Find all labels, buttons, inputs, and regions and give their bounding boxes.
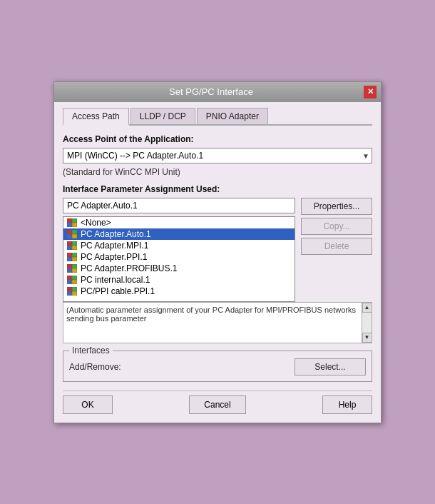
standard-hint: (Standard for WinCC MPI Unit) (63, 167, 372, 177)
access-point-select[interactable]: MPI (WinCC) --> PC Adapter.Auto.1 (63, 148, 372, 163)
content-area: Access Path LLDP / DCP PNIO Adapter Acce… (54, 102, 381, 423)
help-button[interactable]: Help (322, 395, 372, 414)
title-bar: Set PG/PC Interface ✕ (54, 82, 381, 102)
interface-param-label: Interface Parameter Assignment Used: (63, 184, 372, 194)
add-remove-label: Add/Remove: (69, 362, 289, 372)
tab-lldp-dcp[interactable]: LLDP / DCP (130, 108, 195, 124)
window-title: Set PG/PC Interface (58, 86, 364, 97)
adapter-icon (66, 241, 78, 251)
interface-right-panel: Properties... Copy... Delete (301, 198, 372, 255)
close-button[interactable]: ✕ (364, 86, 377, 99)
properties-button[interactable]: Properties... (301, 198, 372, 215)
list-item-label: PC Adapter.PROFIBUS.1 (81, 263, 177, 273)
interfaces-group-title: Interfaces (69, 346, 113, 356)
bottom-buttons: OK Cancel Help (63, 390, 372, 415)
interfaces-group-content: Add/Remove: Select... (69, 354, 366, 376)
main-window: Set PG/PC Interface ✕ Access Path LLDP /… (53, 81, 382, 423)
scroll-down-icon[interactable]: ▼ (362, 333, 372, 343)
scroll-track (362, 313, 372, 333)
description-text: (Automatic parameter assignment of your … (66, 306, 369, 323)
list-item-label: PC Adapter.Auto.1 (81, 229, 151, 239)
access-point-label: Access Point of the Application: (63, 134, 372, 144)
access-point-dropdown-wrapper: MPI (WinCC) --> PC Adapter.Auto.1 ▼ (63, 148, 372, 163)
list-item-label: PC Adapter.PPI.1 (81, 252, 147, 262)
list-item-label: PC/PPI cable.PPI.1 (81, 286, 155, 296)
list-item-label: <None> (81, 218, 111, 228)
adapter-icon (66, 252, 78, 262)
list-item-label: PC Adapter.MPI.1 (81, 241, 148, 251)
adapter-icon (66, 263, 78, 273)
description-box: (Automatic parameter assignment of your … (63, 302, 372, 343)
list-item[interactable]: PC Adapter.Auto.1 (63, 228, 295, 240)
list-item-label: PC internal.local.1 (81, 275, 150, 285)
adapter-icon (66, 229, 78, 239)
tab-access-path[interactable]: Access Path (63, 108, 129, 126)
tab-bar: Access Path LLDP / DCP PNIO Adapter (63, 108, 372, 126)
interface-param-input[interactable] (63, 198, 295, 213)
adapter-icon (66, 275, 78, 285)
list-item[interactable]: PC internal.local.1 (63, 274, 295, 286)
adapter-icon (66, 218, 78, 228)
list-item[interactable]: PC/PPI cable.PPI.1 (63, 286, 295, 297)
description-scrollbar[interactable]: ▲ ▼ (362, 303, 372, 343)
copy-button[interactable]: Copy... (301, 218, 372, 235)
tab-pnio-adapter[interactable]: PNIO Adapter (197, 108, 268, 124)
list-item[interactable]: PC Adapter.PROFIBUS.1 (63, 263, 295, 274)
ok-button[interactable]: OK (63, 395, 113, 414)
interfaces-group-box: Interfaces Add/Remove: Select... (63, 351, 372, 382)
select-button[interactable]: Select... (295, 358, 366, 376)
list-item[interactable]: PC Adapter.PPI.1 (63, 251, 295, 263)
cancel-button[interactable]: Cancel (189, 395, 245, 414)
delete-button[interactable]: Delete (301, 238, 372, 255)
interface-row: <None>PC Adapter.Auto.1PC Adapter.MPI.1P… (63, 198, 372, 302)
adapter-icon (66, 286, 78, 296)
interface-list[interactable]: <None>PC Adapter.Auto.1PC Adapter.MPI.1P… (63, 216, 295, 302)
scroll-up-icon[interactable]: ▲ (362, 303, 372, 313)
interface-left-panel: <None>PC Adapter.Auto.1PC Adapter.MPI.1P… (63, 198, 295, 302)
list-item[interactable]: PC Adapter.MPI.1 (63, 240, 295, 251)
list-item[interactable]: <None> (63, 217, 295, 228)
access-point-row: MPI (WinCC) --> PC Adapter.Auto.1 ▼ (63, 148, 372, 163)
